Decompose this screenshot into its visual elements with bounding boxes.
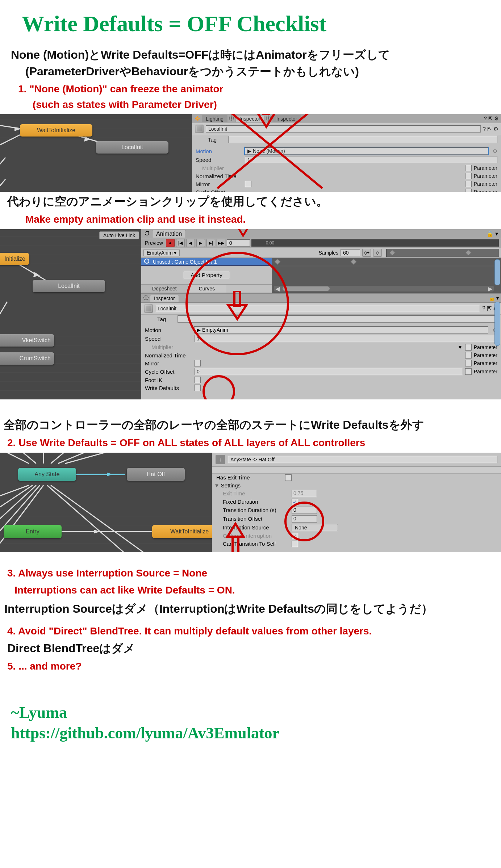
prev-key-button[interactable]: ◀ [186,239,195,247]
frame-field[interactable]: 0 [227,239,250,247]
scroll-right-icon[interactable]: ▶ [488,285,492,292]
state-name-field[interactable]: LocalInit [155,305,480,312]
speed-field[interactable]: 1 [194,335,497,342]
svg-line-13 [0,302,7,320]
state-node-localinit[interactable]: LocalInit [96,141,168,154]
state-node-wait[interactable]: WaitToInitialize [20,124,92,137]
ordered-interruption-checkbox: ✓ [292,533,298,539]
dopesheet-tab[interactable]: Dopesheet [141,285,188,293]
popout-icon[interactable]: ⇱ [488,116,493,121]
mirror-param-checkbox[interactable] [465,181,472,187]
motion-field[interactable]: ▶None (Motion) [245,147,488,155]
keyframe-icon[interactable] [275,259,281,265]
animation-track-row[interactable]: Unused : Game Object.Is / 1 [141,258,272,266]
mirror-checkbox[interactable] [194,360,201,366]
normtime-label: Normalized Time [196,173,243,179]
foldout-icon[interactable]: ▼ [214,482,220,488]
state-name-field[interactable]: LocalInit [206,125,481,133]
h-scrollbar-thumb[interactable] [283,286,330,291]
svg-line-30 [0,485,36,529]
jp-note-4: Interruption Sourceはダメ（InterruptionはWrit… [0,601,501,617]
item-4-heading: 4. Avoid "Direct" BlendTree. It can mult… [0,624,501,638]
mirror-label: Mirror [145,360,192,366]
multiplier-label: Multiplier [145,344,199,350]
any-state-node[interactable]: Any State [18,468,76,481]
popout-icon[interactable]: ⇱ [487,126,492,132]
entry-node[interactable]: Entry [4,525,62,538]
tab-animation[interactable]: Animation [152,230,186,238]
gear-icon[interactable]: ⚙ [494,116,499,121]
transition-name-field[interactable]: AnyState -> Hat Off [228,456,497,463]
keyframe-icon[interactable] [351,259,357,265]
multiplier-param-checkbox[interactable] [465,344,472,351]
writedefaults-checkbox[interactable] [194,385,201,391]
settings-label: Settings [221,482,241,488]
can-transition-self-checkbox[interactable] [292,541,298,547]
preview-button[interactable]: Preview [143,240,164,246]
item-2-red-note: Make empty animation clip and use it ins… [0,212,501,226]
item-3-sub: Interruptions can act like Write Default… [0,583,501,597]
cycle-param-checkbox[interactable] [465,368,472,375]
popout-icon[interactable]: ⇱ [487,305,492,312]
inspector-panel-1: 🔅 Lighting ⓘ Inspector ⓘ Inspector ? ⇱ ⚙… [192,114,501,192]
curves-tab[interactable]: Curves [188,285,226,293]
motion-field[interactable]: ▶EmptyAnim [194,326,488,334]
interruption-source-dropdown[interactable]: None [292,524,338,531]
animator-graph-3: Any State Hat Off Entry WaitToInitialize [0,453,212,552]
svg-marker-36 [107,473,113,476]
state-node-localinit-2[interactable]: LocalInit [33,280,105,292]
lock-icon[interactable]: 🔒 [487,231,494,237]
state-node-hatoff[interactable]: Hat Off [127,468,185,481]
lock-icon[interactable]: 🔒 [489,295,495,301]
tag-field[interactable] [178,315,497,323]
object-picker-icon[interactable]: ⊙ [493,148,497,154]
tag-field[interactable] [228,136,497,143]
can-transition-self-label: Can Transition To Self [223,541,292,547]
transition-inspector: ↓ AnyState -> Hat Off Has Exit Time ▼ Se… [212,453,501,552]
svg-marker-1 [14,127,20,131]
state-node-crumswitch[interactable]: CrumSwitch [0,352,54,365]
scroll-left-icon[interactable]: ◀ [275,285,280,292]
has-exit-time-checkbox[interactable] [285,474,292,481]
scrollbar-thumb[interactable] [494,302,500,346]
cycle-field[interactable]: 0 [194,368,463,375]
help-icon[interactable]: ? [483,126,486,132]
transition-duration-field[interactable]: 0 [292,507,317,514]
state-node-vketswitch[interactable]: VketSwitch [0,334,54,347]
footik-checkbox[interactable] [194,377,201,383]
add-property-button[interactable]: Add Property [183,271,230,279]
mirror-checkbox[interactable] [245,181,251,187]
keyframe-icon[interactable] [465,250,472,256]
play-button[interactable]: ▶ [196,239,205,247]
samples-field[interactable]: 60 [341,249,360,256]
add-event-button[interactable]: ◇ [373,249,382,257]
tab-inspector[interactable]: Inspector [150,295,179,302]
fixed-duration-checkbox[interactable]: ✓ [292,499,298,505]
next-key-button[interactable]: ▶| [206,239,215,247]
tab-inspector-2[interactable]: Inspector [272,115,301,122]
add-key-button[interactable]: ◇+ [362,249,371,257]
motion-label: Motion [196,148,243,154]
cycle-param-checkbox[interactable] [465,189,472,192]
first-frame-button[interactable]: |◀ [176,239,185,247]
mirror-param-checkbox[interactable] [465,360,472,366]
animator-graph-1: WaitToInitialize LocalInit [0,114,192,192]
gear-icon[interactable]: ⚙ [493,126,498,132]
clip-dropdown[interactable]: EmptyAnim ▾ [143,249,180,256]
help-icon[interactable]: ? [482,305,485,312]
help-icon[interactable]: ? [484,116,487,121]
scrollbar-thumb[interactable] [494,259,500,285]
last-frame-button[interactable]: ▶▶ [217,239,225,247]
record-button[interactable]: ● [166,239,175,247]
normtime-param-checkbox[interactable] [465,352,472,358]
state-icon [144,304,153,313]
keyframe-icon[interactable] [389,250,396,256]
normtime-param-checkbox[interactable] [465,173,472,179]
multiplier-param-checkbox[interactable] [465,165,472,171]
transition-offset-field[interactable]: 0 [292,515,317,523]
tab-lighting[interactable]: Lighting [202,115,227,122]
parameter-label: Parameter [474,189,497,192]
state-node-initialize[interactable]: Initialize [0,253,29,265]
speed-field[interactable]: 1 [245,156,497,163]
tab-inspector[interactable]: Inspector [235,115,264,122]
